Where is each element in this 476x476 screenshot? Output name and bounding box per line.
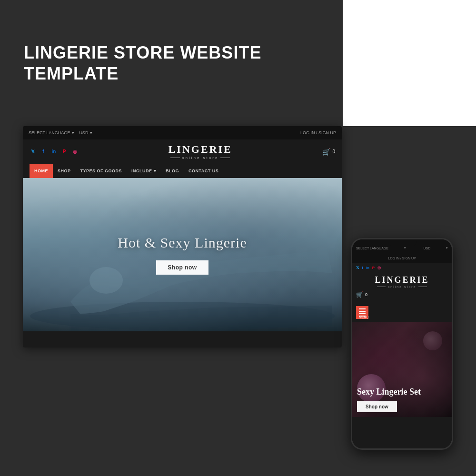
mobile-lang-dropdown-icon[interactable]: ▾ (404, 246, 406, 250)
select-language-label[interactable]: SELECT LANGUAGE (29, 130, 70, 135)
cart-count: 0 (332, 149, 335, 154)
instagram-icon[interactable]: ◎ (71, 149, 78, 155)
brand-logo[interactable]: LINGERIE online store (169, 143, 232, 160)
mobile-content: SELECT LANGUAGE ▾ USD ▾ LOG IN / SIGN UP… (352, 239, 452, 448)
nav-item-home[interactable]: HOME (30, 164, 53, 178)
desktop-hero-banner: Hot & Sexy Lingerie Shop now (23, 178, 342, 331)
cart-area[interactable]: 🛒 0 (322, 148, 335, 156)
brand-tagline: online store (169, 156, 232, 160)
mobile-cart-count: 0 (365, 292, 367, 297)
mobile-brand[interactable]: LINGERIE online store (352, 272, 452, 289)
mobile-currency[interactable]: USD (423, 247, 430, 250)
mobile-social-icons: 𝕏 f in P ◎ (352, 263, 452, 272)
twitter-icon[interactable]: 𝕏 (30, 149, 36, 155)
mobile-cart-area[interactable]: 🛒 0 (352, 289, 452, 300)
utility-bar-left: SELECT LANGUAGE ▾ USD ▾ (29, 130, 92, 135)
left-panel: LINGERIE STORE WEBSITE TEMPLATE (0, 0, 343, 126)
linkedin-icon[interactable]: in (50, 149, 57, 155)
hamburger-line-2 (359, 311, 366, 312)
hero-title: Hot & Sexy Lingerie (118, 235, 247, 251)
mobile-facebook-icon[interactable]: f (362, 266, 363, 270)
mobile-currency-dropdown-icon[interactable]: ▾ (446, 246, 448, 250)
hero-content: Hot & Sexy Lingerie Shop now (118, 235, 247, 275)
mobile-twitter-icon[interactable]: 𝕏 (356, 266, 359, 270)
mobile-select-language[interactable]: SELECT LANGUAGE (356, 247, 388, 250)
facebook-icon[interactable]: f (40, 149, 47, 155)
nav-item-contact-us[interactable]: CONTACT US (184, 164, 223, 178)
currency-dropdown-icon[interactable]: ▾ (90, 130, 92, 135)
right-top-panel (343, 0, 476, 126)
mobile-cart-icon: 🛒 (356, 291, 363, 298)
hamburger-line-3 (359, 313, 366, 314)
mobile-notch (388, 239, 416, 246)
mobile-hero-title: Sexy Lingerie Set (357, 387, 447, 397)
shop-now-button[interactable]: Shop now (156, 260, 208, 275)
mobile-pinterest-icon[interactable]: P (372, 266, 375, 270)
cart-icon: 🛒 (322, 148, 330, 156)
language-dropdown-icon[interactable]: ▾ (72, 130, 74, 135)
hamburger-line-1 (359, 308, 366, 309)
brand-name: LINGERIE (169, 143, 232, 156)
mobile-hero-decoration-2 (423, 331, 442, 350)
mobile-login-bar: LOG IN / SIGN UP (352, 252, 452, 263)
login-link[interactable]: LOG IN / SIGN UP (300, 130, 336, 135)
mobile-menu-section: MENU (352, 300, 452, 322)
mobile-hamburger-menu[interactable]: MENU (356, 306, 368, 319)
desktop-utility-bar: SELECT LANGUAGE ▾ USD ▾ LOG IN / SIGN UP (23, 126, 342, 139)
mobile-brand-tagline: online store (352, 285, 452, 288)
desktop-nav: HOME SHOP TYPES OF GOODS INCLUDE ▾ BLOG … (23, 164, 342, 178)
mobile-mockup: SELECT LANGUAGE ▾ USD ▾ LOG IN / SIGN UP… (351, 238, 453, 450)
nav-item-shop[interactable]: SHOP (53, 164, 76, 178)
mobile-hero-banner: Sexy Lingerie Set Shop now (352, 322, 452, 417)
mobile-login-link[interactable]: LOG IN / SIGN UP (388, 257, 416, 260)
nav-item-include[interactable]: INCLUDE ▾ (127, 164, 161, 178)
social-icons-group: 𝕏 f in P ◎ (30, 149, 78, 155)
nav-item-blog[interactable]: BLOG (161, 164, 184, 178)
desktop-mockup: SELECT LANGUAGE ▾ USD ▾ LOG IN / SIGN UP… (23, 126, 342, 347)
mobile-linkedin-icon[interactable]: in (366, 266, 369, 270)
mobile-shop-now-button[interactable]: Shop now (357, 401, 397, 412)
nav-item-types-of-goods[interactable]: TYPES OF GOODS (76, 164, 127, 178)
page-title: LINGERIE STORE WEBSITE TEMPLATE (24, 42, 319, 83)
mobile-instagram-icon[interactable]: ◎ (377, 266, 381, 270)
mobile-brand-name: LINGERIE (352, 275, 452, 285)
desktop-header: 𝕏 f in P ◎ LINGERIE online store 🛒 0 (23, 139, 342, 164)
menu-label: MENU (359, 316, 366, 317)
currency-label[interactable]: USD (79, 130, 88, 135)
pinterest-icon[interactable]: P (61, 149, 68, 155)
